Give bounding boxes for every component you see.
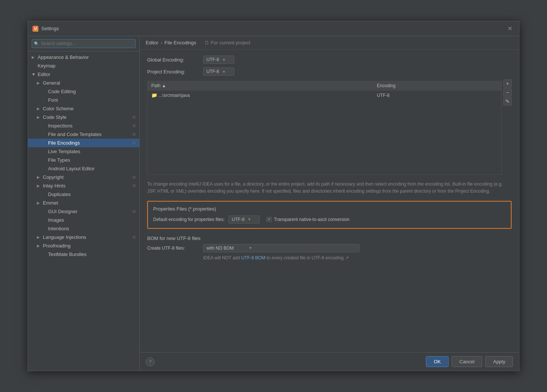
arrow-icon: ▶ — [37, 81, 41, 85]
dropdown-arrow-icon: ▼ — [222, 70, 226, 74]
properties-title: Properties Files (*.properties) — [153, 206, 506, 212]
tree-area: ▶ Appearance & Behavior Keymap ▼ Editor … — [28, 51, 139, 371]
copy-icon: ⧉ — [133, 132, 136, 137]
main-content: Editor › File Encodings 🗋 For current pr… — [140, 36, 519, 371]
sidebar-item-duplicates[interactable]: Duplicates — [28, 190, 139, 199]
apply-button[interactable]: Apply — [485, 356, 513, 367]
bom-create-label: Create UTF-8 files: — [147, 246, 199, 251]
sidebar-item-code-style[interactable]: ▶ Code Style ⧉ — [28, 113, 139, 121]
hint-text: To change encoding IntelliJ IDEA uses fo… — [147, 181, 512, 195]
encoding-table-wrapper: Path ▲ Encoding 📁 — [147, 79, 512, 175]
dialog-footer: ? OK Cancel Apply — [140, 352, 519, 371]
dialog-title: Settings — [41, 26, 59, 31]
arrow-icon: ▶ — [37, 115, 41, 119]
sort-icon: ▲ — [162, 83, 166, 88]
transparent-conversion-label: Transparent native-to-ascii conversion — [274, 217, 350, 222]
encoding-cell: UTF-8 — [373, 91, 502, 100]
copy-icon: ⧉ — [133, 209, 136, 214]
bom-section-title: BOM for new UTF-8 files — [147, 235, 512, 241]
footer-buttons: OK Cancel Apply — [426, 356, 513, 367]
arrow-icon: ▼ — [32, 72, 36, 76]
search-box: 🔍 — [28, 36, 139, 51]
sidebar-item-editor[interactable]: ▼ Editor — [28, 70, 139, 79]
sidebar-item-file-types[interactable]: File Types — [28, 156, 139, 164]
bom-link[interactable]: UTF-8 BOM — [241, 255, 265, 260]
sidebar-item-inspections[interactable]: Inspections ⧉ — [28, 121, 139, 130]
arrow-icon: ▶ — [37, 235, 41, 239]
dropdown-arrow-icon: ▼ — [222, 58, 226, 62]
sidebar-item-images[interactable]: Images — [28, 216, 139, 224]
copy-icon: ⧉ — [133, 115, 136, 120]
dropdown-arrow-icon: ▼ — [249, 246, 252, 250]
breadcrumb: Editor › File Encodings 🗋 For current pr… — [140, 36, 519, 50]
copy-icon: ⧉ — [133, 183, 136, 188]
arrow-icon: ▶ — [37, 184, 41, 188]
sidebar-item-appearance[interactable]: ▶ Appearance & Behavior — [28, 53, 139, 61]
sidebar: 🔍 ▶ Appearance & Behavior Keymap ▼ Edito… — [28, 36, 140, 371]
add-path-button[interactable]: + — [503, 79, 512, 88]
encoding-table: Path ▲ Encoding 📁 — [147, 81, 502, 175]
properties-encoding-label: Default encoding for properties files: — [153, 217, 225, 222]
sidebar-item-gui-designer[interactable]: GUI Designer ⧉ — [28, 207, 139, 216]
dialog-body: 🔍 ▶ Appearance & Behavior Keymap ▼ Edito… — [28, 36, 519, 371]
copy-icon: ⧉ — [133, 235, 136, 240]
sidebar-item-emmet[interactable]: ▶ Emmet — [28, 199, 139, 207]
sidebar-item-intentions[interactable]: Intentions — [28, 224, 139, 233]
transparent-conversion-wrapper: Transparent native-to-ascii conversion — [266, 217, 350, 222]
sidebar-item-color-scheme[interactable]: ▶ Color Scheme — [28, 104, 139, 113]
sidebar-item-inlay-hints[interactable]: ▶ Inlay Hints ⧉ — [28, 181, 139, 190]
arrow-icon: ▶ — [37, 175, 41, 179]
sidebar-item-file-code-templates[interactable]: File and Code Templates ⧉ — [28, 130, 139, 139]
folder-icon: 📁 — [151, 92, 157, 98]
close-button[interactable]: ✕ — [505, 24, 515, 33]
bom-create-dropdown[interactable]: with NO BOM ▼ — [203, 244, 360, 252]
settings-dialog: U Settings ✕ 🔍 ▶ Appearance & Behavior — [28, 21, 519, 371]
properties-row: Default encoding for properties files: U… — [153, 215, 506, 224]
properties-box: Properties Files (*.properties) Default … — [147, 201, 512, 229]
sidebar-item-file-encodings[interactable]: File Encodings ⧉ — [28, 139, 139, 147]
search-icon: 🔍 — [34, 41, 39, 46]
path-cell: 📁 ...\src\main\java — [148, 91, 373, 100]
remove-path-button[interactable]: − — [503, 88, 512, 97]
copy-icon: ⧉ — [133, 175, 136, 180]
sidebar-item-code-editing[interactable]: Code Editing — [28, 87, 139, 96]
sidebar-item-language-injections[interactable]: ▶ Language Injections ⧉ — [28, 233, 139, 241]
search-input[interactable] — [32, 39, 136, 48]
cancel-button[interactable]: Cancel — [452, 356, 482, 367]
app-icon: U — [32, 26, 38, 32]
table-row[interactable]: 📁 ...\src\main\java UTF-8 — [148, 91, 502, 100]
sidebar-item-keymap[interactable]: Keymap — [28, 61, 139, 70]
arrow-icon: ▶ — [37, 107, 41, 111]
sidebar-item-live-templates[interactable]: Live Templates — [28, 147, 139, 156]
sidebar-item-general[interactable]: ▶ General — [28, 79, 139, 87]
table-side-buttons: + − ✎ — [503, 79, 512, 105]
col-path-header[interactable]: Path ▲ — [148, 81, 373, 91]
project-encoding-row: Project Encoding: UTF-8 ▼ — [147, 67, 512, 76]
breadcrumb-project: 🗋 For current project — [205, 40, 250, 45]
copy-icon: ⧉ — [133, 140, 136, 145]
global-encoding-dropdown[interactable]: UTF-8 ▼ — [203, 56, 234, 64]
properties-encoding-dropdown[interactable]: UTF-8 ▼ — [228, 215, 260, 224]
arrow-icon: ▶ — [37, 244, 41, 248]
title-bar: U Settings ✕ — [28, 21, 519, 36]
arrow-icon: ▶ — [32, 55, 36, 59]
sidebar-item-proofreading[interactable]: ▶ Proofreading — [28, 241, 139, 250]
arrow-icon: ▶ — [37, 201, 41, 205]
col-encoding-header[interactable]: Encoding — [373, 81, 502, 91]
sidebar-item-copyright[interactable]: ▶ Copyright ⧉ — [28, 173, 139, 181]
edit-path-button[interactable]: ✎ — [503, 97, 512, 105]
bom-row: Create UTF-8 files: with NO BOM ▼ — [147, 244, 512, 252]
global-encoding-row: Global Encoding: UTF-8 ▼ — [147, 56, 512, 64]
sidebar-item-font[interactable]: Font — [28, 96, 139, 104]
ok-button[interactable]: OK — [426, 356, 449, 367]
sidebar-item-textmate-bundles[interactable]: TextMate Bundles — [28, 250, 139, 259]
dropdown-arrow-icon: ▼ — [247, 217, 251, 221]
sidebar-item-android-layout-editor[interactable]: Android Layout Editor — [28, 164, 139, 173]
transparent-conversion-checkbox[interactable] — [266, 217, 272, 222]
help-button[interactable]: ? — [146, 357, 155, 366]
project-encoding-dropdown[interactable]: UTF-8 ▼ — [203, 67, 234, 76]
copy-icon: ⧉ — [133, 123, 136, 128]
idea-bom-note: IDEA will NOT add UTF-8 BOM to every cre… — [203, 255, 512, 260]
project-icon: 🗋 — [205, 40, 209, 45]
content-area: Global Encoding: UTF-8 ▼ Project Encodin… — [140, 50, 519, 352]
